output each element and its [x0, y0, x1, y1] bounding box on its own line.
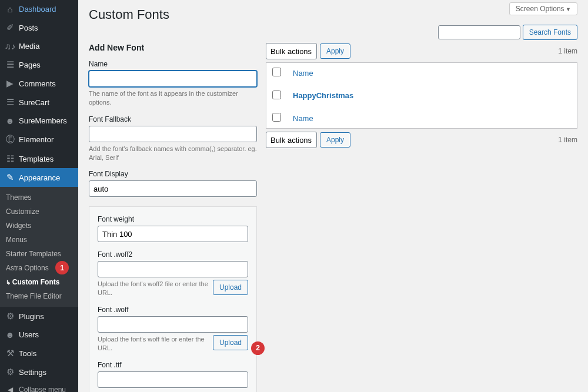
plugin-icon: ⚙: [5, 311, 15, 321]
sidebar-item-label: Plugins: [19, 312, 44, 321]
cart-icon: ☰: [5, 97, 15, 108]
sidebar-item-plugins[interactable]: ⚙Plugins: [0, 307, 78, 326]
column-name-header[interactable]: Name: [293, 69, 313, 78]
search-fonts-button[interactable]: Search Fonts: [523, 25, 577, 40]
sidebar-item-settings[interactable]: ⚙Settings: [0, 363, 78, 381]
sidebar-item-comments[interactable]: ▶Comments: [0, 74, 78, 93]
screen-options-button[interactable]: Screen Options: [509, 2, 577, 15]
submenu-item-customize[interactable]: Customize: [0, 205, 78, 219]
upload-woff2-button[interactable]: Upload: [213, 280, 248, 295]
templates-icon: ☷: [5, 153, 15, 164]
ttf-label: Font .ttf: [98, 361, 248, 369]
comment-icon: ▶: [5, 78, 15, 89]
sidebar-item-elementor[interactable]: ⒺElementor: [0, 130, 78, 149]
font-fallback-input[interactable]: [89, 126, 257, 142]
sidebar-item-tools[interactable]: ⚒Tools: [0, 344, 78, 363]
apply-bottom-button[interactable]: Apply: [320, 132, 350, 148]
sidebar-item-label: SureCart: [19, 98, 49, 107]
name-label: Name: [89, 60, 257, 68]
sidebar-item-templates[interactable]: ☷Templates: [0, 149, 78, 168]
weight-label: Font weight: [98, 215, 248, 223]
submenu-item-custom-fonts[interactable]: Custom Fonts: [0, 275, 78, 289]
woff2-help: Upload the font's woff2 file or enter th…: [98, 280, 210, 297]
annotation-2-badge: 2: [251, 341, 265, 355]
annotation-1-badge: 1: [55, 261, 69, 274]
apply-top-button[interactable]: Apply: [320, 43, 350, 59]
sidebar-item-media[interactable]: ♫♪Media: [0, 37, 78, 55]
name-help: The name of the font as it appears in th…: [89, 89, 257, 107]
woff2-input[interactable]: [98, 261, 248, 277]
row-checkbox[interactable]: [272, 91, 281, 99]
bulk-actions-bottom-select[interactable]: Bulk actions: [266, 132, 317, 148]
woff-label: Font .woff: [98, 306, 248, 314]
sidebar-item-label: SureMembers: [19, 116, 67, 125]
item-count-top: 1 item: [558, 47, 577, 55]
upload-woff-button[interactable]: Upload: [213, 335, 248, 350]
users-icon: ☻: [5, 330, 15, 340]
pin-icon: ✐: [5, 22, 15, 33]
sidebar-item-label: Posts: [19, 24, 38, 32]
submenu-item-astra-options[interactable]: Astra Options1: [0, 261, 78, 275]
add-new-font-heading: Add New Font: [89, 43, 257, 52]
tools-icon: ⚒: [5, 348, 15, 359]
admin-sidebar: ⌂Dashboard✐Posts♫♪Media☰Pages▶Comments☰S…: [0, 0, 78, 392]
table-row: HappyChristmas: [266, 83, 577, 108]
submenu-item-menus[interactable]: Menus: [0, 233, 78, 247]
media-icon: ♫♪: [5, 41, 15, 51]
submenu-item-theme-file-editor[interactable]: Theme File Editor: [0, 289, 78, 303]
sidebar-item-label: Users: [19, 330, 39, 339]
submenu-item-starter-templates[interactable]: Starter Templates: [0, 247, 78, 261]
sidebar-item-label: Templates: [19, 155, 54, 163]
appearance-icon: ✎: [5, 172, 15, 183]
sidebar-item-pages[interactable]: ☰Pages: [0, 55, 78, 74]
fonts-table: Name HappyChristmas Name: [266, 62, 577, 129]
sidebar-item-label: Media: [19, 42, 39, 51]
font-display-select[interactable]: auto: [89, 180, 257, 197]
collapse-label: Collapse menu: [19, 386, 66, 392]
sidebar-item-label: Pages: [19, 61, 41, 69]
search-fonts-input[interactable]: [438, 25, 520, 39]
item-count-bottom: 1 item: [558, 136, 577, 144]
submenu-item-themes[interactable]: Themes: [0, 190, 78, 205]
settings-icon: ⚙: [5, 367, 15, 377]
collapse-menu[interactable]: ◀ Collapse menu: [0, 381, 78, 392]
fallback-label: Font Fallback: [89, 115, 257, 123]
collapse-icon: ◀: [5, 386, 15, 392]
sidebar-item-users[interactable]: ☻Users: [0, 326, 78, 344]
page-title: Custom Fonts: [89, 0, 577, 27]
sidebar-item-appearance[interactable]: ✎Appearance: [0, 168, 78, 187]
fallback-help: Add the font's fallback names with comma…: [89, 145, 257, 162]
sidebar-item-label: Appearance: [19, 173, 60, 182]
sidebar-item-label: Tools: [19, 349, 36, 358]
select-all-bottom-checkbox[interactable]: [272, 113, 281, 122]
submenu-item-widgets[interactable]: Widgets: [0, 219, 78, 233]
ttf-input[interactable]: [98, 371, 248, 388]
bulk-actions-top-select[interactable]: Bulk actions: [266, 43, 317, 59]
sidebar-item-dashboard[interactable]: ⌂Dashboard: [0, 0, 78, 18]
sidebar-item-label: Dashboard: [19, 5, 56, 14]
sidebar-item-suremembers[interactable]: ☻SureMembers: [0, 112, 78, 130]
font-name-input[interactable]: [89, 71, 257, 87]
font-row-title[interactable]: HappyChristmas: [293, 91, 353, 100]
select-all-top-checkbox[interactable]: [272, 68, 281, 76]
font-weight-select[interactable]: Thin 100: [98, 226, 248, 242]
woff-input[interactable]: [98, 316, 248, 333]
dash-icon: ⌂: [5, 4, 15, 14]
main-content: Screen Options Custom Fonts Search Fonts…: [78, 0, 588, 392]
woff2-label: Font .woff2: [98, 250, 248, 259]
column-name-footer[interactable]: Name: [293, 114, 313, 123]
page-icon: ☰: [5, 59, 15, 70]
sidebar-item-label: Settings: [19, 368, 46, 377]
members-icon: ☻: [5, 116, 15, 126]
sidebar-item-label: Comments: [19, 79, 56, 88]
display-label: Font Display: [89, 170, 257, 178]
woff-help: Upload the font's woff file or enter the…: [98, 335, 210, 353]
sidebar-item-surecart[interactable]: ☰SureCart: [0, 93, 78, 112]
sidebar-item-posts[interactable]: ✐Posts: [0, 18, 78, 37]
sidebar-item-label: Elementor: [19, 135, 54, 144]
elementor-icon: Ⓔ: [5, 134, 15, 145]
